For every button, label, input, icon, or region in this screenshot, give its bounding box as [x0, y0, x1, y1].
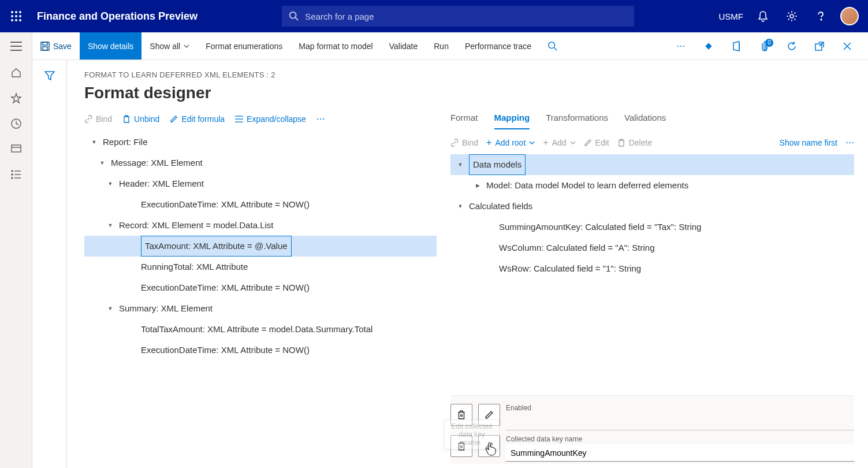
tree-node-label[interactable]: WsRow: Calculated field = "1": String [499, 259, 641, 278]
show-all-button[interactable]: Show all [141, 32, 198, 60]
tree-row[interactable]: ▼Summary: XML Element [84, 298, 437, 319]
nav-workspaces[interactable] [0, 136, 32, 162]
tree-node-label[interactable]: Summary: XML Element [119, 299, 213, 318]
tree-node-label[interactable]: WsColumn: Calculated field = "A": String [499, 238, 655, 258]
user-avatar[interactable] [840, 7, 859, 25]
save-button[interactable]: Save [32, 32, 80, 60]
nav-recent[interactable] [0, 111, 32, 136]
tree-row[interactable]: ▼Data models [450, 154, 854, 175]
tree-row[interactable]: TotalTaxAmount: XML Attribute = model.Da… [84, 319, 437, 340]
tab-format[interactable]: Format [450, 113, 478, 129]
office-addin-button[interactable] [727, 37, 746, 55]
tree-bind-button[interactable]: Bind [84, 114, 112, 124]
run-button[interactable]: Run [426, 32, 457, 60]
tree-caret[interactable]: ▼ [98, 157, 106, 169]
tree-node-label[interactable]: Data models [469, 154, 526, 175]
tree-row[interactable]: ▼Calculated fields [450, 196, 854, 217]
tree-caret[interactable]: ▼ [90, 136, 98, 148]
tab-transformations[interactable]: Transformations [546, 113, 608, 129]
search-command-button[interactable] [539, 32, 566, 60]
tree-row[interactable]: ▼Message: XML Element [84, 153, 437, 173]
tree-node-label[interactable]: SummingAmountKey: Calculated field = "Ta… [499, 217, 701, 237]
tree-row[interactable]: WsColumn: Calculated field = "A": String [450, 237, 854, 258]
tree-node-label[interactable]: ExecutionDateTime: XML Attribute = NOW() [141, 340, 310, 360]
ds-add-root-button[interactable]: +Add root [486, 138, 535, 148]
hamburger-button[interactable] [0, 32, 32, 60]
tree-node-label[interactable]: Model: Data model Model to learn deferre… [486, 176, 688, 195]
tab-validations[interactable]: Validations [624, 113, 666, 129]
tree-node-label[interactable]: TotalTaxAmount: XML Attribute = model.Da… [141, 320, 372, 339]
popout-button[interactable] [810, 37, 829, 55]
tab-mapping[interactable]: Mapping [494, 113, 530, 129]
app-launcher[interactable] [5, 5, 28, 28]
ds-add-button[interactable]: +Add [543, 138, 575, 148]
tree-node-label[interactable]: Calculated fields [469, 196, 532, 216]
refresh-button[interactable] [783, 37, 801, 55]
filter-button[interactable] [44, 70, 55, 468]
search-input[interactable] [305, 12, 627, 21]
global-search[interactable] [282, 6, 634, 27]
keyname-edit-button[interactable]: Edit collected data key name [478, 435, 500, 457]
format-tree[interactable]: ▼Report: File▼Message: XML Element▼Heade… [84, 132, 437, 361]
settings-button[interactable] [783, 7, 801, 25]
tree-row[interactable]: ExecutionDateTime: XML Attribute = NOW() [84, 277, 437, 298]
tree-node-label[interactable]: ExecutionDateTime: XML Attribute = NOW() [141, 195, 310, 214]
tree-row[interactable]: ExecutionDateTime: XML Attribute = NOW() [84, 194, 437, 215]
close-button[interactable] [838, 37, 856, 55]
ds-show-name-button[interactable]: Show name first [780, 138, 837, 147]
nav-favorites[interactable] [0, 86, 32, 111]
tree-node-label[interactable]: ExecutionDateTime: XML Attribute = NOW() [141, 278, 310, 298]
enabled-input[interactable] [506, 413, 854, 430]
notifications-button[interactable] [754, 7, 772, 25]
ds-delete-button[interactable]: Delete [617, 138, 652, 147]
tree-edit-formula-button[interactable]: Edit formula [170, 114, 225, 124]
tree-caret[interactable]: ▼ [456, 200, 464, 213]
tree-more-button[interactable]: ··· [316, 113, 325, 125]
main-content: FORMAT TO LEARN DEFERRED XML ELEMENTS : … [67, 60, 868, 468]
tree-row[interactable]: WsRow: Calculated field = "1": String [450, 258, 854, 279]
validate-button[interactable]: Validate [381, 32, 426, 60]
tree-row[interactable]: ▼Header: XML Element [84, 173, 437, 194]
keyname-input[interactable] [506, 444, 854, 462]
tree-node-label[interactable]: TaxAmount: XML Attribute = @.Value [141, 236, 292, 257]
svg-point-4 [15, 15, 17, 17]
tree-row[interactable]: ▼Record: XML Element = model.Data.List [84, 215, 437, 236]
tree-caret[interactable]: ▼ [456, 159, 464, 171]
format-enumerations-button[interactable]: Format enumerations [198, 32, 290, 60]
tree-node-label[interactable]: RunningTotal: XML Attribute [141, 257, 248, 277]
tree-row[interactable]: ▶Model: Data model Model to learn deferr… [450, 175, 854, 196]
tree-node-label[interactable]: Record: XML Element = model.Data.List [119, 216, 273, 235]
ds-edit-button[interactable]: Edit [584, 138, 609, 147]
tree-caret[interactable]: ▼ [106, 220, 114, 232]
tree-row[interactable]: SummingAmountKey: Calculated field = "Ta… [450, 217, 854, 237]
help-button[interactable] [811, 7, 830, 25]
ds-more-button[interactable]: ··· [845, 136, 854, 148]
tree-row[interactable]: ExecutionDateTime: XML Attribute = NOW() [84, 340, 437, 361]
tree-row[interactable]: TaxAmount: XML Attribute = @.Value [84, 236, 437, 257]
tree-node-label[interactable]: Header: XML Element [119, 174, 204, 194]
ds-bind-button[interactable]: Bind [450, 138, 478, 147]
show-details-button[interactable]: Show details [80, 32, 141, 60]
more-options-button[interactable]: ··· [672, 37, 690, 55]
tree-row[interactable]: ▼Report: File [84, 132, 437, 153]
performance-trace-button[interactable]: Performance trace [457, 32, 539, 60]
chevron-down-icon [570, 141, 576, 144]
perf-trace-label: Performance trace [465, 42, 531, 51]
tree-expand-collapse-button[interactable]: Expand/collapse [235, 114, 306, 124]
options-button[interactable] [699, 37, 718, 55]
tree-row[interactable]: RunningTotal: XML Attribute [84, 257, 437, 277]
map-format-button[interactable]: Map format to model [290, 32, 381, 60]
company-selector[interactable]: USMF [719, 12, 744, 21]
properties-region: Enabled Edit collected data key name Col… [450, 395, 854, 464]
tree-unbind-button[interactable]: Unbind [122, 114, 159, 124]
tree-caret[interactable]: ▶ [474, 180, 482, 192]
tree-caret[interactable]: ▼ [106, 303, 114, 315]
svg-point-2 [19, 11, 21, 13]
nav-home[interactable] [0, 60, 32, 86]
tree-node-label[interactable]: Message: XML Element [111, 153, 203, 173]
nav-modules[interactable] [0, 162, 32, 187]
tree-caret[interactable]: ▼ [106, 178, 114, 190]
datasource-tree[interactable]: ▼Data models▶Model: Data model Model to … [450, 154, 854, 279]
attachments-button[interactable]: 0 [755, 37, 773, 55]
tree-node-label[interactable]: Report: File [103, 132, 148, 152]
